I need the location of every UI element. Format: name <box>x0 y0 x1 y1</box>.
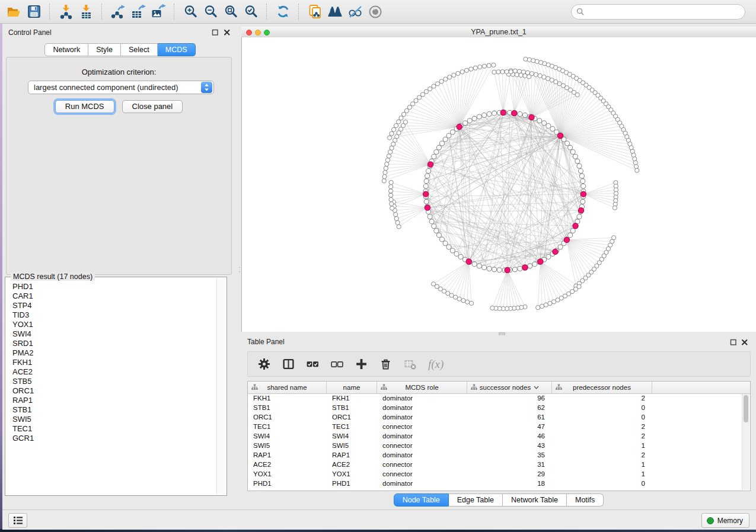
save-session-button[interactable] <box>24 2 44 21</box>
list-item[interactable]: RAP1 <box>7 396 216 405</box>
search-input[interactable] <box>588 7 740 17</box>
table-row[interactable]: ORC1ORC1dominator610 <box>248 412 742 422</box>
table-toolbar: f(x) <box>247 351 751 377</box>
deselect-all-icon <box>330 358 344 370</box>
control-panel: Control Panel NetworkStyleSelectMCDS Opt… <box>2 24 238 509</box>
tab-select[interactable]: Select <box>121 43 158 56</box>
table-cell: dominator <box>377 450 467 460</box>
column-header-predecessor-nodes[interactable]: predecessor nodes <box>552 382 652 393</box>
list-item[interactable]: FKH1 <box>7 358 216 367</box>
tab-network-table[interactable]: Network Table <box>503 493 567 507</box>
table-row[interactable]: SWI5SWI5connector431 <box>248 441 742 450</box>
table-row[interactable]: FKH1FKH1dominator962 <box>248 393 742 403</box>
control-panel-tabs: NetworkStyleSelectMCDS <box>2 43 238 56</box>
network-window-titlebar[interactable]: YPA_prune.txt_1 <box>241 27 756 38</box>
zoom-fit-button[interactable] <box>221 2 241 21</box>
import-table-button[interactable] <box>76 2 96 21</box>
table-cell: dominator <box>377 412 467 422</box>
list-item[interactable]: SRD1 <box>7 339 216 348</box>
mcds-result-list: PHD1CAR1STP4TID3YOX1SWI4SRD1PMA2FKH1ACE2… <box>7 282 216 494</box>
tab-network[interactable]: Network <box>44 43 88 56</box>
list-item[interactable]: PMA2 <box>7 348 216 358</box>
open-folder-icon <box>6 4 21 20</box>
optimization-criterion-select[interactable]: largest connected component (undirected) <box>28 81 214 94</box>
run-mcds-button[interactable]: Run MCDS <box>55 100 114 113</box>
list-item[interactable]: STP4 <box>7 301 216 310</box>
table-settings-button[interactable] <box>257 357 271 371</box>
table-row[interactable]: ACE2ACE2connector311 <box>248 460 742 469</box>
table-row[interactable]: PHD1PHD1dominator180 <box>248 479 742 488</box>
export-network-button[interactable] <box>108 2 128 21</box>
tab-motifs[interactable]: Motifs <box>567 493 604 507</box>
column-header-successor-nodes[interactable]: successor nodes <box>467 382 552 393</box>
list-item[interactable]: YOX1 <box>7 320 216 329</box>
close-panel-button[interactable]: Close panel <box>122 100 183 113</box>
tab-mcds[interactable]: MCDS <box>158 43 196 56</box>
task-history-button[interactable] <box>8 513 27 528</box>
table-columns-button[interactable] <box>281 357 295 371</box>
table-row[interactable]: TEC1TEC1connector472 <box>248 422 742 431</box>
zoom-in-button[interactable] <box>180 2 200 21</box>
export-image-button[interactable] <box>148 2 168 21</box>
mcds-list-scrollbar[interactable] <box>216 278 225 494</box>
column-header-MCDS-role[interactable]: MCDS role <box>377 382 467 393</box>
list-item[interactable]: GCR1 <box>7 434 216 443</box>
table-body: FKH1FKH1dominator962STB1STB1dominator620… <box>248 393 742 491</box>
column-header-shared-name[interactable]: shared name <box>248 382 327 393</box>
table-cell: STB1 <box>248 403 327 412</box>
import-network-button[interactable] <box>56 2 76 21</box>
table-row[interactable]: SWI4SWI4dominator462 <box>248 431 742 441</box>
export-table-button[interactable] <box>128 2 148 21</box>
export-image-icon <box>151 4 166 20</box>
hide-graphics-details-button[interactable] <box>345 2 365 21</box>
hierarchy-icon <box>251 384 258 390</box>
table-cell: SWI4 <box>327 431 377 441</box>
network-graph[interactable] <box>242 37 756 332</box>
list-item[interactable]: STB5 <box>7 377 216 386</box>
close-panel-icon[interactable] <box>741 339 748 346</box>
table-row[interactable]: YOX1YOX1connector291 <box>248 469 742 479</box>
zoom-selected-button[interactable] <box>241 2 261 21</box>
main-toolbar <box>0 0 756 24</box>
clone-network-button[interactable] <box>305 2 325 21</box>
float-panel-icon[interactable] <box>212 29 219 36</box>
deselect-all-rows-button[interactable] <box>330 357 344 371</box>
scrollbar-thumb[interactable] <box>744 395 748 422</box>
refresh-layout-button[interactable] <box>273 2 293 21</box>
list-item[interactable]: TID3 <box>7 310 216 320</box>
list-item[interactable]: SWI4 <box>7 329 216 339</box>
hierarchy-icon <box>471 384 477 390</box>
list-item[interactable]: CAR1 <box>7 291 216 301</box>
network-search-box[interactable] <box>571 4 745 20</box>
columns-icon <box>282 358 295 370</box>
memory-button[interactable]: Memory <box>701 513 749 528</box>
add-column-button[interactable] <box>354 357 368 371</box>
delete-column-button[interactable] <box>378 357 393 371</box>
list-item[interactable]: ORC1 <box>7 386 216 396</box>
list-item[interactable]: STB1 <box>7 405 216 415</box>
tab-style[interactable]: Style <box>88 43 121 56</box>
table-cell: TEC1 <box>327 422 377 431</box>
list-item[interactable]: ACE2 <box>7 367 216 377</box>
table-cell: 29 <box>467 469 552 479</box>
import-table-icon <box>78 4 94 20</box>
status-bar: Memory <box>2 509 756 530</box>
select-all-rows-button[interactable] <box>305 357 320 371</box>
show-graphics-details-button[interactable] <box>365 2 385 21</box>
close-panel-icon[interactable] <box>224 29 231 36</box>
table-row[interactable]: RAP1RAP1dominator352 <box>248 450 742 460</box>
select-all-icon <box>306 358 320 370</box>
find-network-button[interactable] <box>325 2 345 21</box>
column-header-name[interactable]: name <box>327 382 377 393</box>
zoom-out-button[interactable] <box>200 2 221 21</box>
table-row[interactable]: STB1STB1dominator620 <box>248 403 742 412</box>
float-panel-icon[interactable] <box>730 339 737 346</box>
open-file-button[interactable] <box>4 2 24 21</box>
tab-node-table[interactable]: Node Table <box>394 493 449 507</box>
table-cell: ACE2 <box>248 460 327 469</box>
list-item[interactable]: SWI5 <box>7 415 216 424</box>
list-item[interactable]: TEC1 <box>7 424 216 434</box>
table-scrollbar[interactable] <box>742 394 749 490</box>
list-item[interactable]: PHD1 <box>7 282 216 291</box>
tab-edge-table[interactable]: Edge Table <box>449 493 503 507</box>
